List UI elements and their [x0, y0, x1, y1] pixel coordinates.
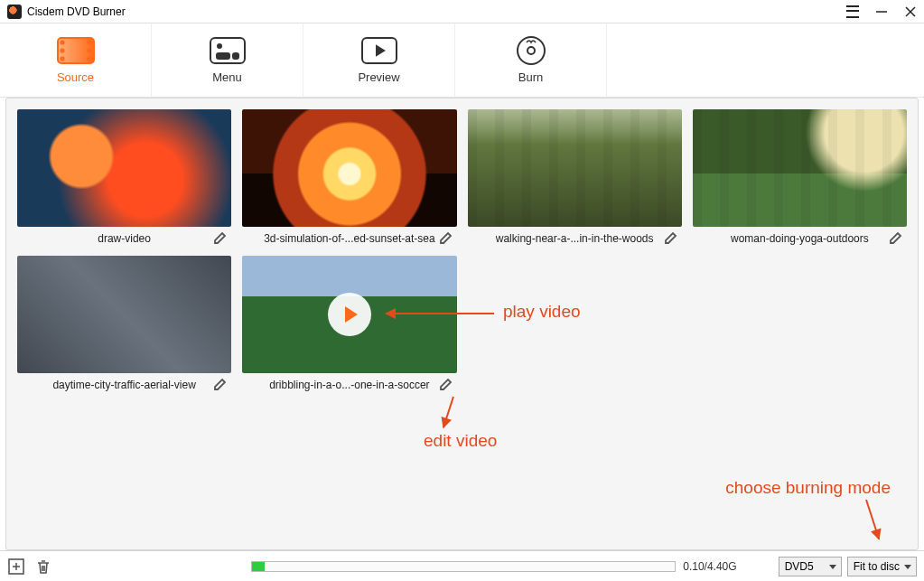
video-thumb[interactable] — [693, 109, 907, 227]
svg-rect-8 — [88, 49, 91, 52]
capacity-label: 0.10/4.40G — [683, 560, 736, 573]
tab-menu[interactable]: Menu — [152, 23, 303, 97]
tab-label: Source — [57, 70, 94, 84]
svg-rect-6 — [61, 57, 64, 61]
video-card[interactable]: walking-near-a-...in-in-the-woods — [468, 109, 682, 245]
video-card[interactable]: 3d-simulation-of-...ed-sunset-at-sea — [242, 109, 456, 245]
trash-button[interactable] — [34, 558, 52, 576]
svg-rect-9 — [88, 57, 91, 61]
video-caption: draw-video — [98, 232, 151, 245]
titlebar: Cisdem DVD Burner — [0, 0, 924, 23]
disc-type-select[interactable]: DVD5 — [779, 557, 842, 576]
edit-icon[interactable] — [889, 230, 905, 247]
video-caption: woman-doing-yoga-outdoors — [731, 232, 869, 245]
close-icon[interactable] — [904, 5, 917, 18]
video-thumb[interactable] — [468, 109, 682, 227]
fit-mode-select[interactable]: Fit to disc — [847, 557, 917, 576]
tab-burn[interactable]: Burn — [455, 23, 607, 97]
film-icon — [57, 37, 95, 64]
main-tabs: Source Menu Preview Burn — [0, 23, 924, 98]
edit-icon[interactable] — [213, 230, 229, 247]
tab-preview[interactable]: Preview — [303, 23, 455, 97]
edit-icon[interactable] — [439, 377, 455, 393]
svg-point-11 — [218, 44, 221, 48]
tab-label: Burn — [518, 70, 543, 84]
svg-rect-4 — [61, 41, 64, 44]
video-thumb[interactable] — [242, 109, 456, 227]
svg-marker-15 — [377, 46, 384, 55]
video-grid: draw-video 3d-simulation-of-...ed-sunset… — [6, 98, 918, 402]
disc-icon — [516, 35, 546, 66]
app-icon — [7, 5, 22, 19]
video-caption: 3d-simulation-of-...ed-sunset-at-sea — [264, 232, 434, 245]
video-card[interactable]: woman-doing-yoga-outdoors — [693, 109, 907, 245]
video-caption: dribbling-in-a-o...-one-in-a-soccer — [269, 379, 429, 391]
add-button[interactable] — [7, 558, 25, 576]
edit-icon[interactable] — [213, 377, 229, 393]
svg-point-16 — [518, 37, 545, 64]
app-title: Cisdem DVD Burner — [27, 5, 126, 18]
menu-layout-icon — [210, 37, 246, 64]
workspace: draw-video 3d-simulation-of-...ed-sunset… — [5, 98, 919, 550]
svg-point-17 — [527, 47, 535, 54]
tab-label: Menu — [212, 70, 242, 84]
edit-icon[interactable] — [439, 230, 455, 247]
annotation-edit: edit video — [424, 431, 497, 451]
annotation-arrow — [865, 500, 880, 539]
svg-rect-7 — [88, 41, 91, 44]
tab-source[interactable]: Source — [0, 23, 152, 97]
video-thumb[interactable] — [242, 256, 456, 373]
annotation-mode: choose burning mode — [725, 478, 891, 498]
edit-icon[interactable] — [664, 230, 680, 247]
video-caption: daytime-city-traffic-aerial-view — [52, 379, 195, 391]
tab-label: Preview — [358, 70, 399, 84]
svg-rect-13 — [233, 53, 238, 59]
video-card[interactable]: dribbling-in-a-o...-one-in-a-soccer — [242, 256, 456, 391]
video-card[interactable]: daytime-city-traffic-aerial-view — [17, 256, 231, 391]
annotation-arrow — [386, 313, 494, 314]
bottombar: 0.10/4.40G DVD5 Fit to disc — [0, 550, 924, 581]
svg-rect-5 — [61, 49, 64, 52]
minimize-icon[interactable] — [875, 5, 888, 18]
play-icon[interactable] — [328, 293, 371, 336]
video-thumb[interactable] — [17, 256, 231, 373]
video-caption: walking-near-a-...in-in-the-woods — [496, 232, 654, 245]
preview-icon — [361, 37, 397, 64]
video-card[interactable]: draw-video — [17, 109, 231, 245]
capacity-bar — [251, 561, 676, 572]
video-thumb[interactable] — [17, 109, 231, 227]
svg-rect-12 — [217, 53, 229, 59]
menu-icon[interactable] — [846, 5, 859, 18]
